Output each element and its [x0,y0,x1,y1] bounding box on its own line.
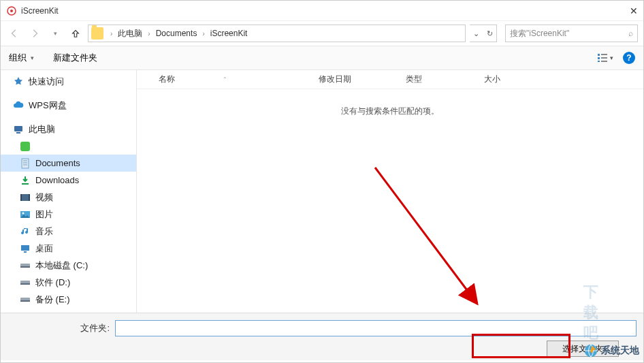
pc-icon [13,124,24,135]
help-icon[interactable]: ? [623,52,635,64]
desktop-icon [20,243,31,254]
window-title: iScreenKit [21,6,611,16]
svg-rect-5 [601,54,607,55]
chevron-down-icon: ⌄ [473,29,479,38]
svg-rect-18 [29,194,30,201]
folder-label: 文件夹: [7,322,110,334]
sidebar-d-drive[interactable]: 软件 (D:) [1,274,136,291]
app-icon [20,141,31,152]
picture-icon [20,209,31,220]
sidebar-this-pc[interactable]: 此电脑 [1,121,136,138]
svg-rect-15 [22,183,29,185]
sidebar-music[interactable]: 音乐 [1,223,136,240]
folder-icon [91,27,103,40]
watermark: 下载吧 系统天地 [583,343,639,358]
chevron-right-icon: › [144,30,154,37]
recent-dropdown[interactable]: ▾ [47,25,63,42]
svg-rect-17 [20,194,22,201]
forward-button[interactable] [27,25,43,42]
breadcrumb-documents[interactable]: Documents [155,27,199,40]
svg-rect-22 [24,251,27,253]
refresh-icon: ↻ [487,29,493,38]
sidebar-c-drive[interactable]: 本地磁盘 (C:) [1,257,136,274]
search-placeholder: 搜索"iScreenKit" [510,28,569,40]
sort-caret-icon: ⌃ [223,76,227,82]
svg-rect-21 [21,245,29,251]
sidebar-desktop[interactable]: 桌面 [1,240,136,257]
address-bar[interactable]: › 此电脑 › Documents › iScreenKit [88,25,466,42]
col-date[interactable]: 修改日期 [319,74,406,85]
search-input[interactable]: 搜索"iScreenKit" ⌕ [505,25,638,42]
svg-point-1 [10,10,13,12]
svg-rect-24 [20,266,30,268]
chevron-down-icon: ▾ [610,54,613,61]
sidebar-green-item[interactable] [1,138,136,155]
svg-rect-6 [601,57,607,59]
sidebar-quick-access[interactable]: 快速访问 [1,73,136,90]
highlight-box [472,334,570,358]
col-size[interactable]: 大小 [484,74,545,85]
svg-rect-11 [22,159,29,168]
empty-message: 没有与搜索条件匹配的项。 [137,106,643,117]
sidebar-e-drive[interactable]: 备份 (E:) [1,291,136,308]
chevron-right-icon: › [198,30,208,37]
download-icon [20,175,31,186]
svg-rect-3 [598,57,600,59]
view-mode-button[interactable]: ▾ [597,53,613,63]
svg-rect-26 [20,283,30,285]
sidebar-documents[interactable]: Documents [1,155,136,172]
back-button[interactable] [6,25,22,42]
chevron-right-icon: › [106,30,116,37]
svg-rect-8 [14,126,22,131]
svg-point-20 [22,212,25,214]
svg-rect-2 [598,54,600,56]
breadcrumb-root[interactable]: 此电脑 [116,27,144,41]
globe-icon [583,343,598,358]
drive-icon [20,260,31,271]
svg-rect-16 [20,194,30,201]
app-icon [6,5,17,16]
music-icon [20,226,31,237]
video-icon [20,192,31,203]
svg-rect-4 [598,61,600,62]
svg-rect-7 [601,61,607,62]
sidebar-wps[interactable]: WPS网盘 [1,97,136,114]
drive-icon [20,277,31,288]
breadcrumb-current[interactable]: iScreenKit [209,27,249,40]
document-icon [20,158,31,169]
refresh-button[interactable]: ⌄ ↻ [470,25,497,42]
svg-rect-10 [20,142,30,151]
cloud-icon [13,100,24,111]
folder-tree[interactable]: 快速访问 WPS网盘 此电脑 Documents Downloads 视频 [1,70,137,313]
col-name[interactable]: 名称 [159,74,175,85]
new-folder-button[interactable]: 新建文件夹 [53,52,97,64]
svg-rect-28 [20,300,30,302]
col-type[interactable]: 类型 [406,74,484,85]
organize-menu[interactable]: 组织 [9,52,34,64]
search-icon: ⌕ [628,29,633,38]
sidebar-downloads[interactable]: Downloads [1,172,136,189]
sidebar-pictures[interactable]: 图片 [1,206,136,223]
svg-rect-9 [16,132,20,133]
drive-icon [20,294,31,305]
sidebar-videos[interactable]: 视频 [1,189,136,206]
column-headers[interactable]: 名称⌃ 修改日期 类型 大小 [137,70,643,89]
star-icon [13,76,24,87]
up-button[interactable] [67,25,84,42]
close-button[interactable]: ✕ [611,5,638,16]
